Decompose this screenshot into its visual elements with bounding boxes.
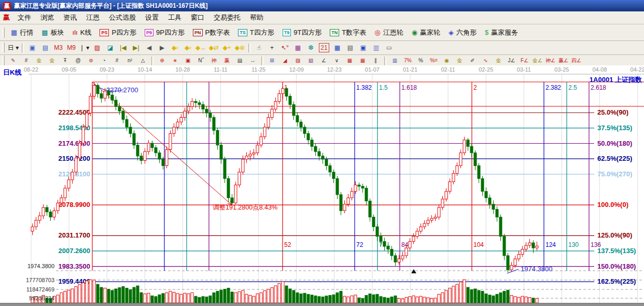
menu-item-9[interactable]: 交易委托 xyxy=(209,12,245,23)
toolbar-button-t-number-table[interactable]: TNT数字表 xyxy=(326,26,370,39)
toolbar-button-nine-t-square[interactable]: T99T四方形 xyxy=(278,26,326,39)
toolbar-handle[interactable] xyxy=(2,43,5,53)
menu-item-7[interactable]: 工具 xyxy=(163,12,186,23)
wave-tool-button[interactable]: ∿ xyxy=(479,55,492,66)
brain-icon[interactable]: ❆ xyxy=(304,43,317,53)
menu-item-4[interactable]: 江恩 xyxy=(81,12,104,23)
brush-flag-tool-button[interactable]: ✐ xyxy=(466,55,479,66)
color-flag-icon[interactable]: ◪ xyxy=(104,43,117,53)
toolbar-button-winner-wheel[interactable]: ◉赢家轮 xyxy=(408,26,444,39)
prev-bar-button-button[interactable]: ◀ xyxy=(143,43,156,53)
menu-item-3[interactable]: 资讯 xyxy=(59,12,81,23)
toolbar-button-nine-p-square[interactable]: P99P四方形 xyxy=(141,26,189,39)
menu-item-6[interactable]: 设置 xyxy=(141,12,163,23)
measure-scale-tool-button[interactable]: ▥ xyxy=(388,55,401,66)
crosshair-tool-button[interactable]: + xyxy=(265,43,278,53)
ma9-icon[interactable]: M9 xyxy=(65,43,78,53)
shade-box-tool-button[interactable]: ▧ xyxy=(304,55,317,66)
zoom-h-diamond-button[interactable]: ◆↔ xyxy=(194,43,207,53)
kline-chart[interactable]: 08-2209-0509-2310-1410-2811-1111-2512-09… xyxy=(0,65,644,303)
gold-grid-1-button[interactable]: 金 xyxy=(33,55,46,66)
menu-item-1[interactable]: 文件 xyxy=(13,12,36,23)
ying-angle-tool-button[interactable]: 赢∠ xyxy=(557,55,570,66)
percent-drop-tool-button[interactable]: 7% xyxy=(401,55,414,66)
spiral-tool-button[interactable]: @ xyxy=(72,55,85,66)
toolbar-button-sector-blocks[interactable]: ▩板块 xyxy=(37,26,68,39)
zoom-in-diamond-button[interactable]: ◆+ xyxy=(220,43,233,53)
hand-tool-button[interactable]: ☝ xyxy=(253,43,265,53)
calendar-icon[interactable]: 21 xyxy=(319,43,329,52)
toolbar-button-gann-wheel[interactable]: ◎江恩轮 xyxy=(370,26,407,39)
parallel-lines-tool-button[interactable]: ∥ xyxy=(369,55,382,66)
si-angle-tool-button[interactable]: 四∠ xyxy=(570,55,583,66)
gold-level-tool-button[interactable]: 金 xyxy=(453,55,466,66)
draw-pencil-button[interactable]: ✎ xyxy=(7,55,20,66)
fan-lines-tool-button[interactable]: ◢ xyxy=(278,55,291,66)
gold-coin-tool-button[interactable]: ◉ xyxy=(440,55,453,66)
last-bar-button-button[interactable]: ▶| xyxy=(130,43,143,53)
notes-icon[interactable]: ▤ xyxy=(344,43,357,53)
red-grid-box-tool-button[interactable]: ▨ xyxy=(291,55,304,66)
red-net-2-tool-button[interactable]: ▦ xyxy=(356,55,369,66)
width-measure-tool-button[interactable]: ↔ xyxy=(246,55,259,66)
window-cascade-icon[interactable]: ▣ xyxy=(26,43,39,53)
ruler-123-tool-button[interactable]: ▤ xyxy=(233,55,246,66)
toolbar-button-market-quotes[interactable]: ▦行情 xyxy=(7,26,37,39)
shen-angle-tool-button[interactable]: 神∠ xyxy=(544,55,557,66)
gann-grid-1-button[interactable]: # xyxy=(20,55,33,66)
menu-item-2[interactable]: 浏览 xyxy=(36,12,59,23)
percent-level-tool-button[interactable]: %= xyxy=(427,55,440,66)
gold-gann-angle-tool-button[interactable]: 金∠ xyxy=(531,55,544,66)
j-angle-tool-button[interactable]: J∠ xyxy=(505,55,518,66)
pattern-box-icon[interactable]: ▨ xyxy=(91,43,104,53)
zoom-left-diamond-button[interactable]: ◆‹ xyxy=(169,43,181,53)
shen-tool-button[interactable]: 神 xyxy=(207,55,220,66)
corner-grid-tool-button[interactable]: ⊞ xyxy=(265,55,278,66)
calculator-icon[interactable]: ▦ xyxy=(331,43,344,53)
toolbar-button-p-number-table[interactable]: PNP数字表 xyxy=(189,26,234,39)
zoom-right-diamond-button[interactable]: ◆› xyxy=(181,43,194,53)
single-candle-dropdown-button[interactable]: ❘ ▾ xyxy=(78,43,91,53)
toolbar-button-hexagon[interactable]: ◈六角形 xyxy=(444,26,481,39)
gold-grid-2-button[interactable]: 金 xyxy=(46,55,59,66)
print-icon[interactable]: ▭ xyxy=(383,43,396,53)
toolbar-button-kline-chart[interactable]: ılıK线 xyxy=(68,26,96,39)
next-bar-button-button[interactable]: ▶ xyxy=(156,43,169,53)
clock-cycle-tool-button[interactable]: ◔ xyxy=(97,55,110,66)
multi-screen-icon[interactable]: ▥ xyxy=(370,43,383,53)
toolbar-button-p-square[interactable]: PSP四方形 xyxy=(95,26,141,39)
angle-line-tool-button[interactable]: ∠ xyxy=(317,55,330,66)
kline-style-dropdown-button[interactable]: 日 ▾ xyxy=(7,43,20,53)
zoom-all-diamond-button[interactable]: ◆⊕ xyxy=(233,43,246,53)
first-bar-button-button[interactable]: |◀ xyxy=(117,43,130,53)
gold-angle-tool-button[interactable]: 金 xyxy=(492,55,505,66)
pointer-mark-tool-button[interactable]: ↖° xyxy=(278,43,291,53)
zoom-swap-diamond-button[interactable]: ◆⇄ xyxy=(207,43,220,53)
square-web-tool-button[interactable]: ▣ xyxy=(181,55,194,66)
percent-tool-button[interactable]: % xyxy=(414,55,427,66)
toolbar-handle[interactable] xyxy=(2,55,5,66)
mirror-angle-tool-button[interactable]: △ xyxy=(136,55,149,66)
red-net-tool-button[interactable]: ▦ xyxy=(343,55,356,66)
f-grid-button[interactable]: Ŧ xyxy=(59,55,72,66)
toolbar-handle[interactable] xyxy=(2,27,5,38)
f-angle-tool-button[interactable]: F∠ xyxy=(518,55,531,66)
app-menu-icon[interactable]: 赢 xyxy=(3,13,10,22)
compass-tool-button[interactable]: ⊚ xyxy=(85,55,97,66)
save-icon[interactable]: ▣ xyxy=(357,43,370,53)
ma3-icon[interactable]: M3 xyxy=(52,43,65,53)
menu-item-8[interactable]: 窗口 xyxy=(186,12,209,23)
bar-count-tool-button[interactable]: # xyxy=(110,55,123,66)
purple-window-icon[interactable]: ▦ xyxy=(291,43,304,53)
menu-item-10[interactable]: 帮助 xyxy=(245,12,268,23)
toolbar-button-t-square[interactable]: TST四方形 xyxy=(234,26,278,39)
n-square-tool-button[interactable]: n² xyxy=(123,55,136,66)
target-circle-tool-button[interactable]: ⊕ xyxy=(156,55,169,66)
w-line-tool-button[interactable]: ∨ xyxy=(330,55,343,66)
menu-item-5[interactable]: 公式选股 xyxy=(104,12,141,23)
toolbar-button-winner-service[interactable]: $赢家服务 xyxy=(481,26,522,39)
info-view-icon[interactable]: ▤ xyxy=(39,43,52,53)
star-ray-tool-button[interactable]: ∗ xyxy=(169,55,181,66)
ying-tool-button[interactable]: 赢 xyxy=(220,55,233,66)
n-quote-tool-button[interactable]: N˝ xyxy=(194,55,207,66)
